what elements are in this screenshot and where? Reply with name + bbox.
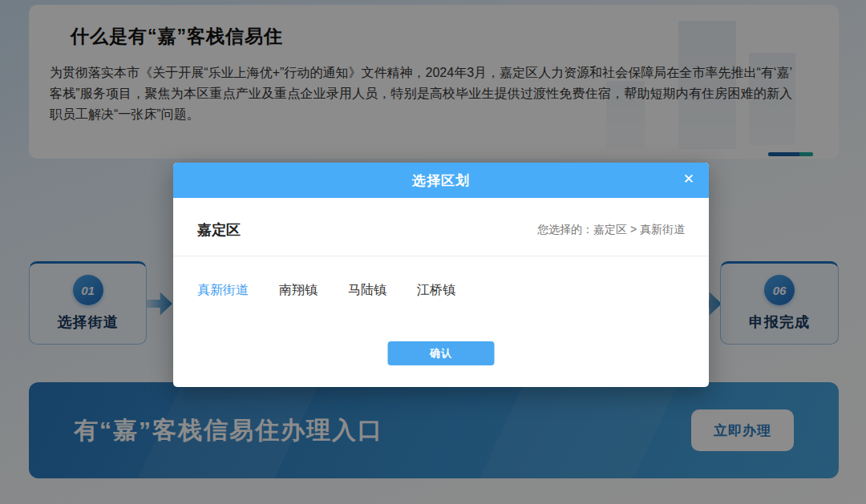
- district-name: 嘉定区: [197, 220, 241, 240]
- modal-header: 选择区划 ✕: [173, 163, 709, 198]
- street-options: 真新街道 南翔镇 马陆镇 江桥镇: [173, 256, 709, 299]
- selection-path: 您选择的：嘉定区 > 真新街道: [537, 223, 685, 237]
- modal-body: 嘉定区 您选择的：嘉定区 > 真新街道 真新街道 南翔镇 马陆镇 江桥镇 确认: [173, 198, 709, 299]
- selection-value: 嘉定区 > 真新街道: [593, 223, 685, 236]
- street-option-jiangqiao[interactable]: 江桥镇: [417, 282, 455, 299]
- district-select-modal: 选择区划 ✕ 嘉定区 您选择的：嘉定区 > 真新街道 真新街道 南翔镇 马陆镇 …: [173, 163, 709, 387]
- selection-label: 您选择的：: [537, 223, 593, 236]
- street-option-malu[interactable]: 马陆镇: [348, 282, 386, 299]
- street-option-nanxiang[interactable]: 南翔镇: [279, 282, 318, 299]
- modal-title: 选择区划: [412, 171, 470, 190]
- confirm-button[interactable]: 确认: [388, 341, 495, 365]
- street-option-zhenxin[interactable]: 真新街道: [197, 282, 249, 299]
- close-icon[interactable]: ✕: [680, 163, 698, 198]
